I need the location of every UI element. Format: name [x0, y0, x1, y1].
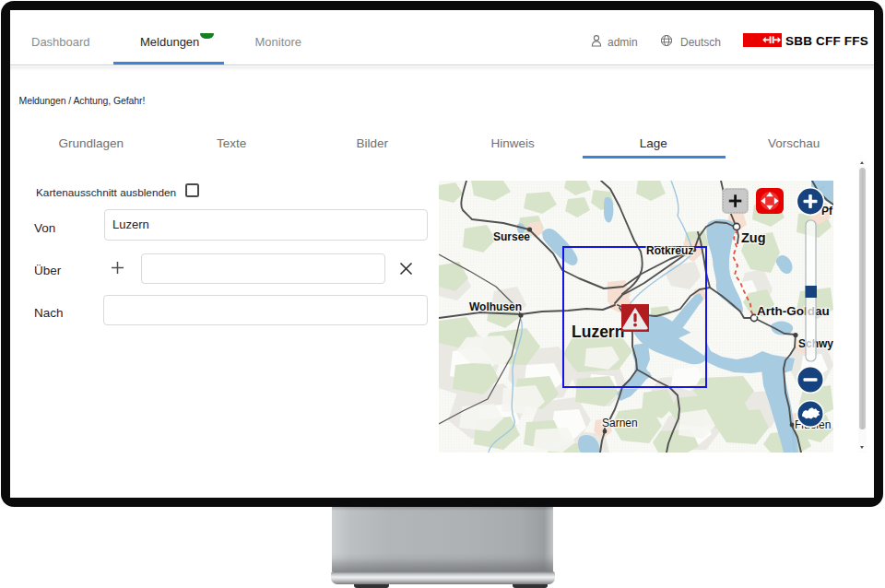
svg-text:Arth-Goldau: Arth-Goldau: [757, 304, 830, 318]
svg-text:Wolhusen: Wolhusen: [469, 300, 522, 313]
svg-text:Rotkreuz: Rotkreuz: [646, 244, 693, 257]
svg-text:Luzern: Luzern: [572, 323, 624, 341]
svg-text:Zug: Zug: [741, 230, 766, 245]
svg-text:Sursee: Sursee: [493, 230, 530, 243]
svg-text:Sarnen: Sarnen: [602, 417, 638, 429]
